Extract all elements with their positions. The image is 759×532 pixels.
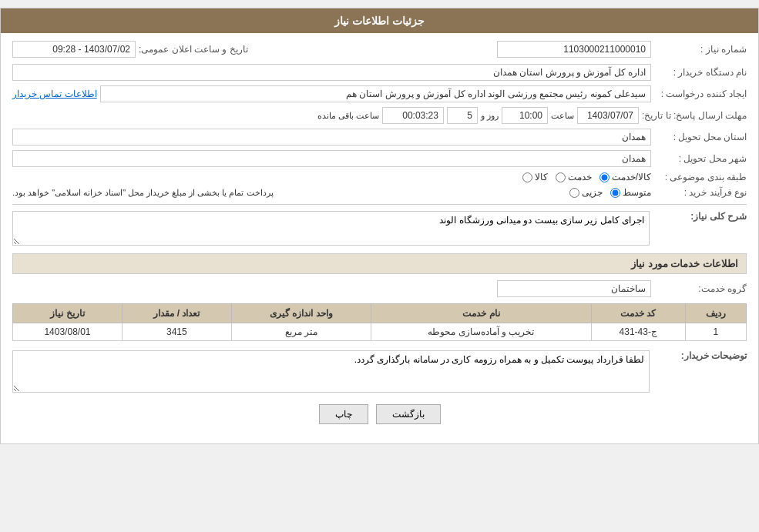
tarikh-label: تاریخ و ساعت اعلان عمومی: bbox=[139, 44, 248, 55]
motavasset-label: متوسط bbox=[623, 187, 651, 198]
groh-label: گروه خدمت: bbox=[654, 283, 747, 294]
kala-label: کالا bbox=[535, 172, 548, 182]
radio-kala-khedmat[interactable]: کالا/خدمت bbox=[599, 172, 651, 182]
mohlat-saat-label: ساعت bbox=[551, 111, 574, 121]
khedmat-radio[interactable] bbox=[556, 172, 566, 182]
col-name: نام خدمت bbox=[371, 304, 591, 323]
ostan-value: همدان bbox=[12, 129, 651, 146]
shomare-niaz-value: 1103000211000010 bbox=[497, 41, 651, 58]
description-label: توضیحات خریدار: bbox=[654, 350, 747, 361]
mohlat-date: 1403/07/07 bbox=[577, 107, 639, 124]
mohlat-roz: 5 bbox=[447, 107, 478, 124]
radio-jozyi[interactable]: جزیی bbox=[569, 187, 603, 198]
radio-kala[interactable]: کالا bbox=[522, 172, 548, 182]
nam-dastgah-label: نام دستگاه خریدار : bbox=[654, 67, 747, 78]
page-title: جزئیات اطلاعات نیاز bbox=[1, 8, 758, 33]
col-tarikh: تاریخ نیاز bbox=[13, 304, 123, 323]
table-row: 1ج-43-431تخریب و آماده‌سازی محوطهمتر مرب… bbox=[13, 323, 747, 341]
col-vahed: واحد اندازه گیری bbox=[231, 304, 371, 323]
shahr-label: شهر محل تحویل : bbox=[654, 153, 747, 164]
ostan-label: استان محل تحویل : bbox=[654, 132, 747, 142]
ijad-konande-label: ایجاد کننده درخواست : bbox=[654, 89, 747, 99]
shomare-niaz-label: شماره نیاز : bbox=[654, 44, 747, 55]
sharh-title: شرح کلی نیاز: bbox=[654, 211, 747, 222]
jozyi-label: جزیی bbox=[582, 187, 603, 198]
mohlat-time: 10:00 bbox=[502, 107, 548, 124]
mohlat-remaining-label: ساعت باقی مانده bbox=[317, 111, 379, 121]
shahr-value: همدان bbox=[12, 150, 651, 167]
kala-radio[interactable] bbox=[522, 172, 532, 182]
motavasset-radio[interactable] bbox=[610, 188, 620, 198]
jozyi-radio[interactable] bbox=[569, 188, 579, 198]
sharh-textarea[interactable] bbox=[12, 211, 650, 246]
description-textarea[interactable] bbox=[12, 350, 650, 393]
khadamat-title: اطلاعات خدمات مورد نیاز bbox=[12, 253, 747, 274]
back-button[interactable]: بازگشت bbox=[376, 404, 441, 424]
noe-farayand-label: نوع فرآیند خرید : bbox=[654, 187, 747, 198]
radio-motavasset[interactable]: متوسط bbox=[610, 187, 651, 198]
kala-khedmat-label: کالا/خدمت bbox=[612, 172, 651, 182]
col-radif: ردیف bbox=[685, 304, 746, 323]
farayand-text: پرداخت تمام یا بخشی از مبلغ خریداز محل "… bbox=[12, 188, 274, 198]
tabaqe-label: طبقه بندی موضوعی : bbox=[654, 172, 747, 182]
kala-khedmat-radio[interactable] bbox=[599, 172, 610, 182]
radio-khedmat[interactable]: خدمت bbox=[556, 172, 592, 182]
col-kod: کد خدمت bbox=[591, 304, 685, 323]
mohlat-roz-label: روز و bbox=[481, 111, 499, 121]
nam-dastgah-value: اداره کل آموزش و پرورش استان همدان bbox=[12, 64, 651, 81]
ittelaeat-tamas-link[interactable]: اطلاعات تماس خریدار bbox=[12, 89, 97, 99]
mohlat-label: مهلت ارسال پاسخ: تا تاریخ: bbox=[642, 110, 747, 121]
services-table: ردیف کد خدمت نام خدمت واحد اندازه گیری ت… bbox=[12, 303, 747, 341]
ijad-konande-value: سیدعلی کمونه رئیس مجتمع ورزشی الوند ادار… bbox=[100, 85, 651, 102]
tarikh-value: 1403/07/02 - 09:28 bbox=[12, 41, 136, 58]
groh-value: ساختمان bbox=[497, 280, 651, 297]
print-button[interactable]: چاپ bbox=[319, 404, 368, 424]
khedmat-label: خدمت bbox=[568, 172, 592, 182]
col-tedad: تعداد / مقدار bbox=[122, 304, 231, 323]
mohlat-countdown: 00:03:23 bbox=[382, 107, 444, 124]
